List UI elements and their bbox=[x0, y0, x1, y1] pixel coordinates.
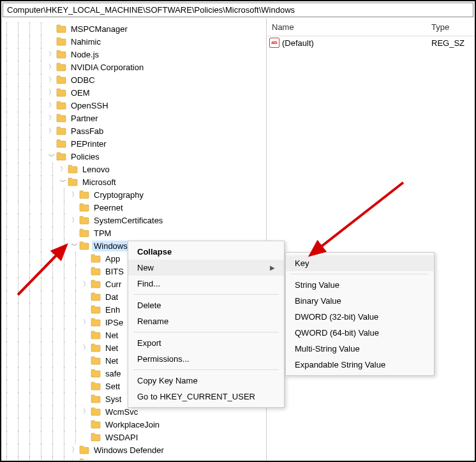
tree-node[interactable]: PEPrinter bbox=[1, 137, 266, 150]
tree-node[interactable]: 〉OEM bbox=[1, 86, 266, 99]
context-submenu-new: KeyString ValueBinary ValueDWORD (32-bit… bbox=[285, 252, 435, 376]
folder-icon bbox=[91, 331, 101, 339]
menu-item[interactable]: Export bbox=[128, 335, 284, 351]
chevron-right-icon[interactable]: 〉 bbox=[47, 75, 56, 84]
tree-node-label: Microsoft bbox=[80, 177, 118, 188]
tree-node-label: Nahimic bbox=[69, 36, 103, 47]
tree-node[interactable]: 〉Lenovo bbox=[1, 163, 266, 175]
list-pane[interactable]: Name Type ab(Default)REG_SZ bbox=[267, 19, 475, 460]
submenu-item[interactable]: Expandable String Value bbox=[286, 357, 434, 373]
menu-item[interactable]: New▶ bbox=[128, 260, 284, 276]
tree-node[interactable]: 〉PassFab bbox=[1, 124, 266, 137]
tree-node-label: NVIDIA Corporation bbox=[69, 62, 145, 73]
submenu-item[interactable]: Key bbox=[286, 255, 434, 271]
column-header-type[interactable]: Type bbox=[426, 19, 475, 36]
chevron-down-icon[interactable]: ﹀ bbox=[70, 241, 79, 250]
tree-node[interactable]: ﹀Policies bbox=[1, 150, 266, 163]
folder-icon bbox=[91, 318, 101, 327]
tree-node[interactable]: 〉Partner bbox=[1, 112, 266, 124]
tree-node-label: Windows bbox=[92, 241, 130, 251]
chevron-right-icon[interactable]: 〉 bbox=[82, 318, 91, 327]
chevron-right-icon[interactable]: 〉 bbox=[47, 88, 56, 97]
tree-node[interactable]: ﹀Microsoft bbox=[1, 175, 266, 188]
tree-node[interactable]: MSPCManager bbox=[1, 22, 266, 35]
chevron-right-icon[interactable]: 〉 bbox=[82, 407, 91, 416]
folder-icon bbox=[79, 228, 89, 237]
chevron-down-icon[interactable]: ﹀ bbox=[59, 177, 68, 186]
folder-icon bbox=[79, 458, 89, 460]
submenu-item[interactable]: QWORD (64-bit) Value bbox=[286, 325, 434, 341]
chevron-right-icon[interactable]: 〉 bbox=[70, 216, 79, 225]
tree-node-label: WcmSvc bbox=[103, 406, 140, 417]
menu-item[interactable]: Collapse bbox=[128, 244, 284, 260]
chevron-right-icon[interactable]: 〉 bbox=[70, 458, 79, 460]
folder-icon bbox=[91, 267, 101, 276]
chevron-right-icon[interactable]: 〉 bbox=[47, 63, 56, 71]
chevron-down-icon[interactable]: ﹀ bbox=[47, 152, 56, 161]
tree-node[interactable]: 〉ODBC bbox=[1, 73, 266, 86]
expander-spacer bbox=[47, 37, 56, 46]
address-bar[interactable]: Computer\HKEY_LOCAL_MACHINE\SOFTWARE\Pol… bbox=[3, 3, 473, 17]
tree-node[interactable]: 〉NVIDIA Corporation bbox=[1, 61, 266, 73]
submenu-item[interactable]: Binary Value bbox=[286, 293, 434, 309]
chevron-right-icon[interactable]: 〉 bbox=[47, 114, 56, 123]
chevron-right-icon[interactable]: 〉 bbox=[70, 445, 79, 454]
tree-node-label: App bbox=[103, 253, 122, 264]
tree-node-label: MSPCManager bbox=[69, 24, 130, 34]
column-header-name[interactable]: Name bbox=[267, 19, 426, 36]
folder-icon bbox=[56, 24, 66, 33]
submenu-item[interactable]: String Value bbox=[286, 277, 434, 293]
menu-item-label: Export bbox=[137, 338, 161, 348]
menu-item[interactable]: Permissions... bbox=[128, 351, 284, 367]
tree-node-label: Partner bbox=[69, 113, 100, 124]
submenu-item[interactable]: Multi-String Value bbox=[286, 341, 434, 357]
context-menu: CollapseNew▶Find...DeleteRenameExportPer… bbox=[128, 241, 285, 408]
tree-node-label: Node.js bbox=[69, 49, 101, 60]
expander-spacer bbox=[82, 420, 91, 429]
folder-icon bbox=[91, 433, 101, 442]
tree-node[interactable]: 〉SystemCertificates bbox=[1, 214, 266, 227]
folder-icon bbox=[56, 139, 66, 148]
chevron-right-icon[interactable]: 〉 bbox=[82, 343, 91, 352]
menu-item-label: Rename bbox=[137, 317, 168, 326]
tree-node[interactable]: 〉Windows NT bbox=[1, 456, 266, 460]
tree-node[interactable]: 〉Windows Defender bbox=[1, 443, 266, 456]
folder-icon bbox=[79, 190, 89, 199]
tree-node[interactable]: Nahimic bbox=[1, 35, 266, 48]
tree-node[interactable]: Peernet bbox=[1, 201, 266, 214]
folder-icon bbox=[68, 177, 78, 186]
menu-item[interactable]: Copy Key Name bbox=[128, 373, 284, 389]
folder-icon bbox=[91, 343, 101, 352]
chevron-right-icon[interactable]: 〉 bbox=[59, 165, 68, 174]
chevron-right-icon[interactable]: 〉 bbox=[70, 190, 79, 199]
submenu-arrow-icon: ▶ bbox=[270, 264, 275, 271]
folder-icon bbox=[68, 165, 78, 174]
tree-node[interactable]: TPM bbox=[1, 227, 266, 239]
string-value-icon: ab bbox=[269, 38, 279, 48]
expander-spacer bbox=[82, 292, 91, 301]
tree-node[interactable]: 〉OpenSSH bbox=[1, 99, 266, 112]
tree-node-label: Net bbox=[103, 330, 120, 341]
chevron-right-icon[interactable]: 〉 bbox=[47, 126, 56, 135]
tree-node[interactable]: 〉Node.js bbox=[1, 48, 266, 61]
chevron-right-icon[interactable]: 〉 bbox=[82, 279, 91, 288]
chevron-right-icon[interactable]: 〉 bbox=[47, 101, 56, 110]
tree-node-label: OEM bbox=[69, 87, 92, 98]
list-row[interactable]: ab(Default)REG_SZ bbox=[267, 36, 475, 49]
folder-icon bbox=[91, 407, 101, 416]
menu-item[interactable]: Go to HKEY_CURRENT_USER bbox=[128, 389, 284, 405]
menu-item[interactable]: Find... bbox=[128, 276, 284, 292]
menu-item[interactable]: Rename bbox=[128, 313, 284, 329]
tree-node[interactable]: WSDAPI bbox=[1, 431, 266, 443]
tree-node[interactable]: 〉Cryptography bbox=[1, 188, 266, 201]
submenu-item-label: String Value bbox=[295, 280, 339, 290]
tree-node[interactable]: WorkplaceJoin bbox=[1, 418, 266, 431]
chevron-right-icon[interactable]: 〉 bbox=[47, 50, 56, 59]
value-name: (Default) bbox=[282, 38, 314, 48]
expander-spacer bbox=[47, 24, 56, 33]
submenu-item[interactable]: DWORD (32-bit) Value bbox=[286, 309, 434, 325]
tree-node-label: IPSe bbox=[103, 317, 125, 328]
menu-item[interactable]: Delete bbox=[128, 297, 284, 313]
menu-item-label: Go to HKEY_CURRENT_USER bbox=[137, 392, 255, 401]
folder-icon bbox=[56, 63, 66, 71]
